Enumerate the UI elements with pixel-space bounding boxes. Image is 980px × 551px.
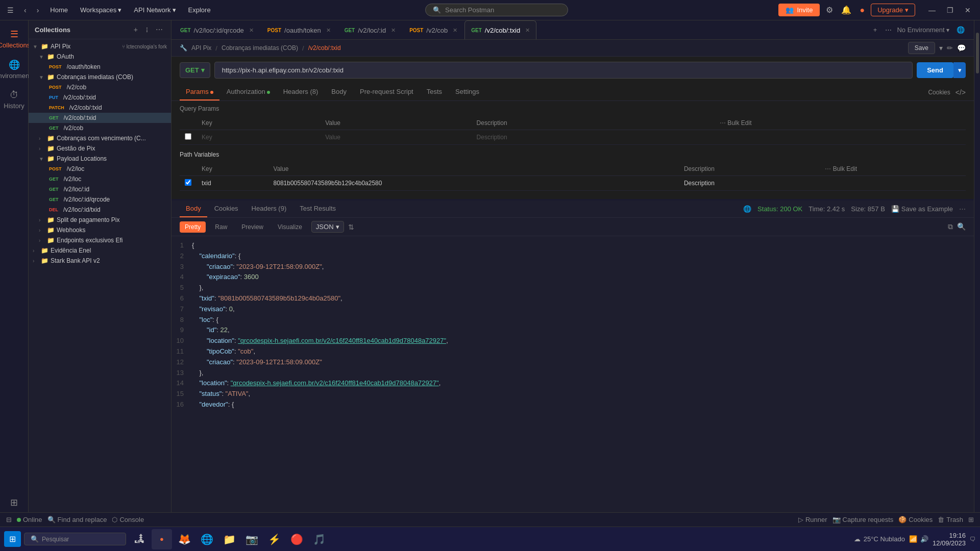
resp-tab-test-results[interactable]: Test Results <box>293 201 342 217</box>
tab-post-oauth[interactable]: POST /oauth/token ✕ <box>261 20 337 39</box>
desc-cell[interactable]: Description <box>679 176 820 191</box>
scrollbar-thumb[interactable] <box>976 33 979 73</box>
search-icon[interactable]: 🔍 <box>957 222 966 231</box>
settings-button[interactable]: ⚙ <box>824 3 835 17</box>
status-find-replace[interactable]: 🔍 Find and replace <box>47 516 107 523</box>
copy-button[interactable]: ⧉ <box>948 222 953 231</box>
explore-link[interactable]: Explore <box>184 4 215 16</box>
environment-selector[interactable]: No Environment ▾ <box>897 26 949 34</box>
tab-get-loc-id[interactable]: GET /v2/loc/:id ✕ <box>338 20 402 39</box>
workspaces-link[interactable]: Workspaces ▾ <box>76 4 126 16</box>
tree-item-get-v2-cob[interactable]: GET /v2/cob <box>29 123 171 133</box>
start-button[interactable]: ⊞ <box>4 531 21 547</box>
more-options-button[interactable]: ⋯ <box>154 24 165 35</box>
resp-tab-body[interactable]: Body <box>180 201 207 217</box>
edit-button[interactable]: ✏ <box>947 44 953 52</box>
taskbar-search[interactable]: 🔍 Pesquisar <box>24 533 126 545</box>
tree-item-put-v2-cob-txid[interactable]: PUT /v2/cob/:txid <box>29 92 171 103</box>
bulk-edit-button[interactable]: Bulk Edit <box>727 119 751 127</box>
taskbar-app-7[interactable]: ⚡ <box>264 529 284 549</box>
format-type-select[interactable]: JSON ▾ <box>311 221 344 233</box>
send-dropdown-button[interactable]: ▾ <box>953 62 966 78</box>
close-tab-icon[interactable]: ✕ <box>525 27 530 34</box>
tree-item-get-v2-loc-id-qrcode[interactable]: GET /v2/loc/:id/qrcode <box>29 194 171 205</box>
url-input[interactable] <box>214 62 913 79</box>
status-console[interactable]: ⬡ Console <box>112 516 144 523</box>
code-button[interactable]: </> <box>955 88 966 96</box>
row-checkbox[interactable] <box>180 176 197 191</box>
upgrade-button[interactable]: Upgrade ▾ <box>871 4 915 16</box>
tree-item-webhooks[interactable]: › 📁 Webhooks <box>29 225 171 235</box>
tab-tests[interactable]: Tests <box>421 84 448 101</box>
cookies-link[interactable]: Cookies <box>928 89 950 96</box>
tree-item-cobrancas-venc[interactable]: › 📁 Cobranças com vencimento (C... <box>29 133 171 143</box>
sidebar-item-history[interactable]: ⏱ History <box>2 86 27 114</box>
tab-body[interactable]: Body <box>325 84 353 101</box>
taskbar-clock[interactable]: 19:16 12/09/2023 <box>933 532 966 547</box>
close-button[interactable]: ✕ <box>960 4 976 16</box>
tree-item-post-v2-loc[interactable]: POST /v2/loc <box>29 164 171 174</box>
taskbar-app-2[interactable]: ● <box>152 529 172 549</box>
status-expand[interactable]: ⊞ <box>968 516 974 523</box>
taskbar-app-5[interactable]: 📁 <box>219 529 239 549</box>
close-tab-icon[interactable]: ✕ <box>249 27 254 34</box>
close-tab-icon[interactable]: ✕ <box>326 27 331 34</box>
send-button[interactable]: Send <box>917 62 953 78</box>
sort-button[interactable]: ⫶ <box>143 24 151 35</box>
tree-item-oauth[interactable]: ▼ 📁 OAuth <box>29 52 171 62</box>
tree-item-gestao-pix[interactable]: › 📁 Gestão de Pix <box>29 143 171 154</box>
tree-item-payload-locations[interactable]: ▼ 📁 Payload Locations <box>29 154 171 164</box>
save-dropdown-button[interactable]: ▾ <box>939 44 943 52</box>
breadcrumb-cob[interactable]: Cobranças imediatas (COB) <box>222 44 298 52</box>
tree-item-post-v2-cob[interactable]: POST /v2/cob <box>29 82 171 92</box>
tree-item-endpoints-efi[interactable]: › 📁 Endpoints exclusivos Efi <box>29 235 171 245</box>
minimize-button[interactable]: — <box>923 4 941 16</box>
invite-button[interactable]: 👥 Invite <box>778 4 820 16</box>
response-more-button[interactable]: ⋯ <box>959 205 966 213</box>
avatar-button[interactable]: ● <box>857 4 867 17</box>
tree-item-stark-bank[interactable]: › 📁 Stark Bank API v2 <box>29 256 171 266</box>
network-icon[interactable]: 📶 <box>909 535 917 543</box>
breadcrumb-api-pix[interactable]: API Pix <box>191 44 211 52</box>
close-tab-icon[interactable]: ✕ <box>453 27 457 34</box>
value-cell[interactable]: 8081b005580743589b5b129c4b0a2580 <box>268 176 679 191</box>
notifications-button[interactable]: 🔔 <box>839 3 853 17</box>
resp-tab-cookies[interactable]: Cookies <box>208 201 244 217</box>
format-visualize-button[interactable]: Visualize <box>273 221 307 233</box>
resp-tab-headers[interactable]: Headers (9) <box>246 201 293 217</box>
back-button[interactable]: ‹ <box>21 4 30 16</box>
tab-headers[interactable]: Headers (8) <box>277 84 325 101</box>
sidebar-item-collections[interactable]: ☰ Collections <box>2 24 27 53</box>
format-pretty-button[interactable]: Pretty <box>180 221 206 233</box>
status-cookies[interactable]: 🍪 Cookies <box>898 516 933 523</box>
api-network-link[interactable]: API Network ▾ <box>130 4 180 16</box>
home-link[interactable]: Home <box>46 4 72 16</box>
tree-item-del-v2-loc-id-txid[interactable]: DEL /v2/loc/:id/txid <box>29 205 171 215</box>
forward-button[interactable]: › <box>34 4 42 16</box>
bulk-edit-button[interactable]: Bulk Edit <box>833 165 857 172</box>
tab-params[interactable]: Params <box>180 84 219 101</box>
tree-item-oauth-token[interactable]: POST /oauth/token <box>29 62 171 72</box>
value-cell[interactable]: Value <box>320 130 471 145</box>
taskbar-app-1[interactable]: 🏞 <box>129 529 150 549</box>
sidebar-item-apps[interactable]: ⊞ <box>2 493 27 512</box>
close-tab-icon[interactable]: ✕ <box>391 27 396 34</box>
tab-get-cob-txid[interactable]: GET /v2/cob/:txid ✕ <box>464 20 536 39</box>
search-box[interactable]: 🔍 Search Postman <box>425 4 568 16</box>
volume-icon[interactable]: 🔊 <box>920 535 928 543</box>
method-select[interactable]: GET ▾ <box>180 62 210 78</box>
tab-authorization[interactable]: Authorization <box>220 84 276 101</box>
status-online[interactable]: Online <box>17 516 42 523</box>
tree-item-evidencia-enel[interactable]: › 📁 Evidência Enel <box>29 245 171 256</box>
tree-item-cob[interactable]: ▼ 📁 Cobranças imediatas (COB) <box>29 72 171 82</box>
comment-button[interactable]: 💬 <box>957 44 966 52</box>
new-tab-button[interactable]: + <box>870 24 880 35</box>
tab-settings[interactable]: Settings <box>449 84 485 101</box>
environment-settings-button[interactable]: 🌐 <box>953 24 968 35</box>
taskbar-app-3[interactable]: 🦊 <box>174 529 194 549</box>
format-preview-button[interactable]: Preview <box>236 221 268 233</box>
save-button[interactable]: Save <box>908 42 935 54</box>
notification-area[interactable]: 🗨 <box>970 536 976 543</box>
maximize-button[interactable]: ❐ <box>942 4 959 16</box>
tree-item-api-pix[interactable]: ▼ 📁 API Pix ⑂ lctecnologia's fork <box>29 41 171 52</box>
